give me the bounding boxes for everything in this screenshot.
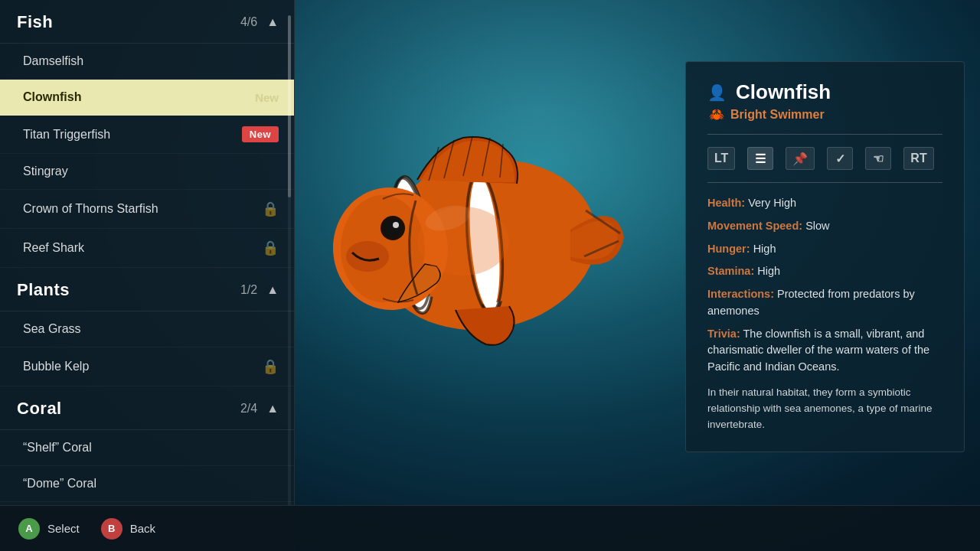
list-item-bubble-kelp[interactable]: Bubble Kelp 🔒 [0, 347, 294, 386]
category-fish-count: 4/6 [240, 15, 257, 29]
list-item-dome-coral[interactable]: “Dome” Coral [0, 466, 294, 502]
list-item-sea-grass[interactable]: Sea Grass [0, 311, 294, 347]
chevron-up-plants-icon: ▲ [266, 283, 279, 297]
detail-panel: 👤 Clownfish 🦀 Bright Swimmer LT ☰ 📌 ✓ ☜ … [685, 61, 965, 452]
lock-icon-reef-shark: 🔒 [262, 240, 279, 256]
lock-icon: 🔒 [262, 201, 279, 217]
list-item-crown-of-thorns[interactable]: Crown of Thorns Starfish 🔒 [0, 190, 294, 229]
list-item-reef-shark[interactable]: Reef Shark 🔒 [0, 229, 294, 268]
a-button: A [18, 518, 40, 540]
category-plants-count: 1/2 [240, 283, 257, 297]
fish-display-area [291, 0, 681, 505]
category-plants-title: Plants [17, 280, 70, 300]
stat-interactions: Interactions: Protected from predators b… [707, 286, 942, 320]
tab-pin[interactable]: 📌 [786, 147, 815, 170]
person-icon: 👤 [707, 83, 727, 102]
b-button: B [101, 518, 122, 540]
clownfish-image [325, 92, 647, 413]
stat-trivia: Trivia: The clownfish is a small, vibran… [707, 326, 942, 376]
list-item-shelf-coral[interactable]: “Shelf” Coral [0, 430, 294, 466]
svg-point-17 [384, 219, 402, 237]
svg-point-18 [393, 222, 399, 228]
category-coral-count: 2/4 [240, 402, 257, 416]
divider-top [707, 134, 942, 135]
chevron-up-icon: ▲ [266, 15, 279, 29]
tab-check[interactable]: ✓ [827, 147, 853, 170]
select-label: Select [47, 522, 80, 535]
detail-header: 👤 Clownfish [707, 80, 942, 104]
stat-stamina: Stamina: High [707, 263, 942, 280]
list-item-titan-triggerfish[interactable]: Titan Triggerfish New [0, 116, 294, 154]
stat-movement-speed: Movement Speed: Slow [707, 218, 942, 235]
list-item-damselfish[interactable]: Damselfish [0, 44, 294, 80]
category-plants-header[interactable]: Plants 1/2 ▲ [0, 268, 294, 311]
lock-icon-bubble-kelp: 🔒 [262, 358, 279, 375]
category-fish-title: Fish [17, 12, 53, 32]
detail-title: Clownfish [736, 80, 831, 104]
back-action[interactable]: B Back [101, 518, 155, 540]
category-coral-title: Coral [17, 399, 62, 419]
bottom-bar: A Select B Back [0, 505, 980, 551]
select-action[interactable]: A Select [18, 518, 80, 540]
category-coral-header[interactable]: Coral 2/4 ▲ [0, 386, 294, 430]
new-badge-text: New [255, 91, 279, 104]
sidebar: Fish 4/6 ▲ Damselfish Clownfish New Tita… [0, 0, 295, 551]
tab-list[interactable]: ☰ [747, 147, 773, 170]
tab-rt[interactable]: RT [903, 147, 933, 170]
subtitle-icon: 🦀 [709, 107, 724, 122]
new-badge-tag: New [242, 126, 279, 142]
svg-point-15 [346, 241, 389, 272]
tab-hand[interactable]: ☜ [865, 147, 891, 170]
divider-bottom [707, 182, 942, 183]
stat-health: Health: Very High [707, 195, 942, 212]
list-item-stingray[interactable]: Stingray [0, 154, 294, 190]
detail-body-text: In their natural habitat, they form a sy… [707, 385, 942, 433]
chevron-up-coral-icon: ▲ [266, 402, 279, 416]
tab-bar: LT ☰ 📌 ✓ ☜ RT [707, 147, 942, 170]
category-fish-header[interactable]: Fish 4/6 ▲ [0, 0, 294, 44]
back-label: Back [130, 522, 155, 535]
stat-hunger: Hunger: High [707, 241, 942, 258]
tab-lt[interactable]: LT [707, 147, 735, 170]
detail-subtitle: 🦀 Bright Swimmer [707, 107, 942, 122]
list-item-clownfish[interactable]: Clownfish New [0, 80, 294, 116]
